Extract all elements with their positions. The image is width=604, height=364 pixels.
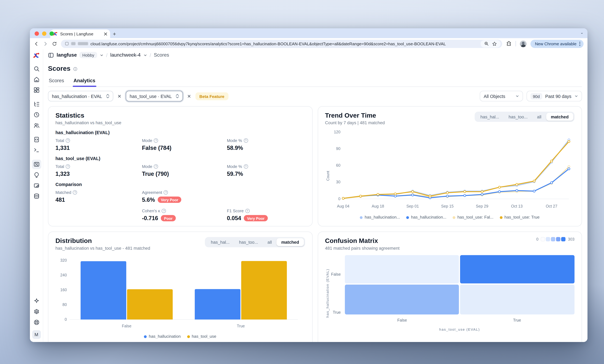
breadcrumb-project[interactable]: launchweek-4 (110, 52, 141, 58)
view-tab-hastoo[interactable]: has_too... (504, 113, 532, 121)
distribution-bar-chart[interactable]: 080160240320FalseTrue (56, 254, 305, 332)
sidebar-item-playground[interactable] (32, 145, 41, 155)
help-icon[interactable]: ? (154, 164, 158, 169)
view-tab-all[interactable]: all (532, 113, 546, 121)
view-tab-hashal[interactable]: has_hal... (476, 113, 504, 121)
trend-view-tabs: has_hal...has_too...allmatched (475, 112, 575, 122)
help-icon[interactable]: ? (66, 138, 70, 143)
sidebar-item-settings[interactable] (32, 307, 41, 316)
range-value: Past 90 days (545, 94, 571, 99)
legend-item[interactable]: has_tool_use: Fal... (453, 215, 493, 219)
scale-min-label: 0 (536, 237, 538, 241)
matrix-cell-False-False[interactable] (345, 255, 459, 284)
view-tab-hashal[interactable]: has_hal... (206, 238, 234, 246)
sidebar-item-home[interactable] (32, 75, 41, 84)
sidebar-item-scores[interactable] (32, 160, 41, 169)
tab-scores[interactable]: Scores (48, 78, 65, 87)
score2-select[interactable]: has_tool_use · EVAL (126, 91, 183, 101)
help-icon[interactable]: ? (245, 209, 250, 213)
help-icon[interactable]: ? (154, 138, 158, 143)
legend-item[interactable]: has_hallucination... (360, 215, 400, 219)
langfuse-logo[interactable] (33, 52, 40, 59)
legend-item[interactable]: has_tool_use (187, 334, 216, 339)
statistics-card: Statistics has_hallucination vs has_tool… (48, 106, 312, 226)
help-icon[interactable]: ? (66, 164, 70, 169)
svg-text:240: 240 (60, 273, 67, 277)
extensions-puzzle-icon[interactable] (506, 41, 512, 46)
help-icon[interactable]: ? (162, 209, 166, 213)
range-badge: 90d (530, 93, 542, 99)
sidebar-item-search[interactable] (32, 64, 41, 74)
sidebar-item-upgrade[interactable] (32, 296, 41, 306)
sidebar-toggle-icon[interactable] (48, 52, 54, 58)
svg-text:80: 80 (63, 302, 67, 307)
matrix-cell-True-False[interactable] (345, 285, 459, 314)
sidebar-item-tracing[interactable] (32, 100, 41, 109)
sidebar-item-datasets[interactable] (32, 191, 41, 201)
zoom-page-icon[interactable] (484, 41, 489, 46)
date-range-select[interactable]: 90d Past 90 days (527, 91, 582, 101)
sidebar-item-evaluators[interactable] (32, 170, 41, 180)
score1-select[interactable]: has_hallucination · EVAL (48, 91, 113, 101)
kebab-menu-icon[interactable] (579, 41, 580, 46)
trend-line-chart[interactable]: 0306090120Aug 04Aug 18Sep 01Sep 15Sep 29… (330, 128, 575, 213)
remove-score2-button[interactable]: ✕ (186, 93, 192, 100)
legend-item[interactable]: has_hallucination (144, 334, 181, 339)
sidebar-item-dashboards[interactable] (32, 85, 41, 95)
matrix-cell-True-True[interactable] (460, 285, 575, 314)
rating-badge: Very Poor (158, 197, 181, 203)
tab-analytics[interactable]: Analytics (73, 78, 96, 87)
bookmark-star-icon[interactable] (492, 41, 497, 46)
sidebar-item-annotation[interactable] (32, 181, 41, 190)
sidebar-item-support[interactable] (32, 318, 41, 327)
user-avatar[interactable]: M (32, 330, 41, 339)
reload-button[interactable] (52, 41, 57, 46)
breadcrumb-org[interactable]: langfuse (57, 52, 77, 58)
view-tab-hastoo[interactable]: has_too... (234, 238, 263, 246)
sidebar-item-sessions[interactable] (32, 110, 41, 120)
chevron-down-icon[interactable] (143, 53, 147, 57)
matrix-cell-False-True[interactable] (460, 255, 575, 284)
view-tab-matched[interactable]: matched (277, 238, 304, 246)
minimize-window-button[interactable] (42, 31, 47, 36)
legend-item[interactable]: has_hallucination... (406, 215, 446, 219)
remove-score1-button[interactable]: ✕ (117, 93, 122, 100)
address-bar[interactable]: cloud.langfuse.com/project/cmhnuoj660007… (61, 39, 502, 48)
confusion-x-axis-label: has_tool_use (EVAL) (345, 327, 574, 331)
confusion-matrix-grid[interactable] (345, 255, 574, 315)
tab-search-chevron-icon[interactable]: ⌄ (580, 30, 584, 35)
url-text[interactable]: cloud.langfuse.com/project/cmhnuoj660007… (90, 41, 478, 46)
trend-subtitle: Count by 7 days | 481 matched (325, 120, 385, 125)
distribution-card: Distribution has_hallucination vs has_to… (48, 232, 312, 342)
svg-text:0: 0 (65, 317, 67, 322)
help-icon[interactable]: ? (244, 164, 248, 169)
help-icon[interactable]: ? (164, 190, 168, 194)
chevron-down-icon[interactable] (100, 53, 103, 57)
chrome-update-pill[interactable]: New Chrome available (530, 39, 584, 48)
sidebar-item-prompts[interactable] (32, 135, 41, 144)
distribution-title: Distribution (56, 237, 150, 245)
help-icon[interactable]: ? (244, 138, 248, 143)
forward-button[interactable] (43, 41, 48, 46)
new-tab-button[interactable]: + (110, 30, 119, 38)
window-controls[interactable] (35, 31, 54, 36)
view-tab-matched[interactable]: matched (546, 113, 573, 121)
info-icon[interactable] (73, 67, 78, 71)
object-type-select[interactable]: All Objects (480, 91, 523, 101)
close-tab-icon[interactable] (104, 32, 107, 36)
back-button[interactable] (34, 41, 39, 46)
tab-title: Scores | Langfuse (60, 31, 102, 36)
help-icon[interactable]: ? (73, 190, 77, 194)
close-window-button[interactable] (35, 31, 39, 36)
view-tab-all[interactable]: all (263, 238, 277, 246)
site-info-icon[interactable] (65, 42, 69, 46)
zoom-window-button[interactable] (50, 31, 54, 36)
browser-tab[interactable]: Scores | Langfuse (50, 30, 110, 38)
profile-avatar[interactable] (520, 40, 527, 47)
sidebar-item-users[interactable] (32, 121, 41, 130)
redacted-chip (78, 42, 88, 45)
beta-feature-badge: Beta Feature (195, 92, 228, 100)
breadcrumb-page[interactable]: Scores (154, 52, 169, 58)
legend-item[interactable]: has_tool_use: True (500, 215, 540, 219)
confusion-row-labels: False True (331, 255, 343, 331)
